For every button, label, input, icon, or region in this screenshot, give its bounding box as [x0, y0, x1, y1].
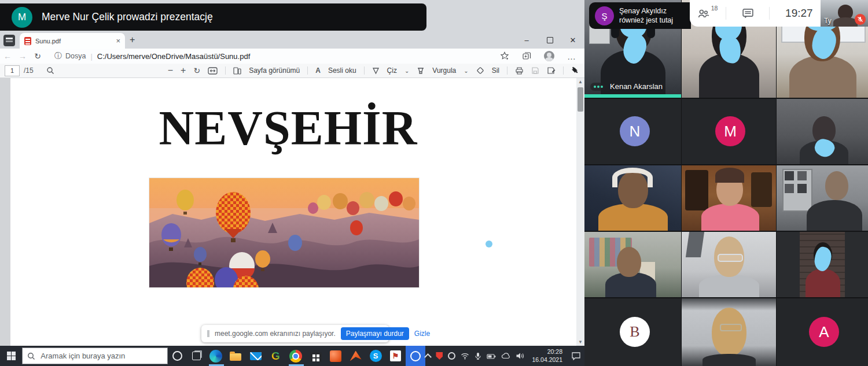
tab-sunu-pdf[interactable]: Sunu.pdf × [20, 33, 125, 49]
microphone-icon[interactable] [475, 352, 481, 360]
tab-close-icon[interactable]: × [116, 36, 120, 45]
onedrive-cloud-icon[interactable] [501, 353, 510, 359]
highlighter-icon [417, 67, 425, 75]
taskbar-app-office[interactable] [326, 346, 346, 366]
video-tile-participant-6[interactable] [777, 99, 868, 164]
participant-count: 18 [711, 5, 718, 12]
white-headphones-decor [612, 168, 653, 187]
avatar-tile-n[interactable]: N [584, 99, 681, 164]
stop-sharing-button[interactable]: Paylaşmayı durdur [341, 327, 409, 340]
chat-icon[interactable] [742, 8, 754, 19]
hide-toast-link[interactable]: Gizle [414, 330, 430, 338]
draw-button[interactable]: Çiz [387, 66, 397, 75]
back-icon[interactable]: ← [0, 51, 15, 61]
tile-more-options-icon[interactable] [590, 83, 606, 91]
zoom-in-icon[interactable]: + [181, 66, 186, 75]
battery-icon[interactable] [487, 353, 496, 360]
pdf-document-area: NEVŞEHİR [0, 78, 584, 346]
wireless-display-icon[interactable] [448, 352, 455, 360]
self-view-video[interactable]: Ty [821, 0, 868, 27]
scroll-up-arrow[interactable]: ▲ [576, 79, 584, 84]
highlight-chevron-icon[interactable]: ⌄ [464, 68, 468, 74]
read-aloud-button[interactable]: Sesli oku [328, 66, 356, 75]
action-center-icon[interactable] [571, 352, 581, 360]
minimize-button[interactable]: – [515, 32, 538, 48]
tray-expand-chevron-icon[interactable] [425, 353, 431, 360]
video-tile-participant-7[interactable] [584, 165, 681, 231]
pdf-page: NEVŞEHİR [10, 78, 576, 346]
letter-avatar: M [715, 116, 745, 146]
draw-chevron-icon[interactable]: ⌄ [404, 68, 409, 74]
taskbar-app-edge[interactable] [206, 346, 226, 366]
refresh-icon[interactable]: ↻ [30, 51, 45, 61]
address-separator: | [90, 52, 92, 61]
restore-button[interactable] [538, 32, 561, 48]
save-as-icon[interactable] [547, 66, 556, 75]
glasses-decor [720, 324, 742, 331]
scroll-down-arrow[interactable]: ▼ [576, 339, 584, 345]
task-view-button[interactable] [187, 346, 206, 366]
video-tile-participant-11[interactable] [682, 232, 776, 297]
new-tab-button[interactable]: + [130, 35, 135, 45]
taskbar-app-google[interactable]: G [266, 346, 286, 366]
header-divider [769, 7, 770, 20]
taskbar-app-active-blue[interactable] [406, 346, 426, 366]
tab-title: Sunu.pdf [35, 38, 116, 45]
address-url[interactable]: C:/Users/merve/OneDrive/Masaüstü/Sunu.pd… [97, 52, 250, 61]
avatar-tile-a[interactable]: A [777, 298, 868, 366]
toast-avatar: Ş [595, 6, 614, 25]
print-icon[interactable] [515, 66, 524, 75]
pdf-file-icon [24, 37, 31, 45]
close-button[interactable]: ✕ [561, 32, 584, 48]
taskbar-app-chrome[interactable] [286, 346, 306, 366]
start-button[interactable] [0, 346, 22, 366]
highlight-button[interactable]: Vurgula [432, 66, 456, 75]
tray-clock[interactable]: 20:28 16.04.2021 [532, 348, 562, 363]
drag-handle-icon[interactable] [207, 330, 209, 337]
erase-button[interactable]: Sil [492, 66, 499, 75]
participant-grid: Kenan Akarslan N M [584, 0, 868, 366]
collections-icon[interactable] [522, 51, 531, 61]
tab-actions-icon[interactable] [3, 35, 15, 46]
taskbar-app-file-explorer[interactable] [226, 346, 246, 366]
antivirus-shield-icon[interactable] [436, 352, 443, 360]
taskbar-search-box[interactable] [22, 347, 168, 364]
avatar-tile-m[interactable]: M [682, 99, 776, 164]
taskbar-app-skype[interactable]: S [366, 346, 386, 366]
video-tile-participant-8[interactable] [682, 165, 776, 231]
browser-menu-icon[interactable]: … [567, 51, 576, 61]
address-bar-actions: … [500, 51, 584, 61]
taskbar-search-input[interactable] [39, 351, 157, 361]
rotate-icon[interactable]: ↻ [193, 66, 200, 75]
hair-decor [715, 168, 744, 183]
vertical-scrollbar[interactable]: ▲ ▼ [576, 78, 584, 346]
pin-toolbar-icon[interactable] [571, 66, 579, 75]
taskbar-app-mail[interactable] [246, 346, 266, 366]
speaker-icon[interactable] [516, 352, 524, 360]
video-tile-participant-14[interactable] [682, 298, 776, 366]
taskbar-app-store[interactable] [306, 346, 326, 366]
video-tile-participant-9[interactable] [777, 165, 868, 231]
fit-to-width-icon[interactable] [208, 67, 218, 75]
participants-button[interactable]: 18 [697, 9, 710, 19]
browser-profile-avatar[interactable] [544, 51, 554, 61]
search-icon[interactable] [46, 66, 54, 75]
page-info-icon[interactable]: ⓘ [54, 51, 62, 61]
page-view-button[interactable]: Sayfa görünümü [249, 66, 300, 75]
video-tile-participant-12[interactable] [777, 232, 868, 297]
zoom-out-icon[interactable]: − [168, 66, 173, 75]
favorites-star-icon[interactable] [500, 51, 509, 61]
cortana-icon [172, 351, 182, 361]
toolbar-divider [563, 66, 564, 75]
avatar-tile-b[interactable]: B [584, 298, 681, 366]
forward-icon[interactable]: → [15, 51, 30, 61]
taskbar-app-flag[interactable]: ⚑ [385, 346, 406, 366]
wifi-icon[interactable] [461, 352, 469, 360]
flag-app-icon: ⚑ [390, 350, 401, 361]
scrollbar-thumb[interactable] [578, 87, 583, 112]
page-number-input[interactable]: 1 [5, 65, 20, 76]
toast-name: Şenay Akyıldız [619, 6, 673, 16]
video-tile-participant-10[interactable] [584, 232, 681, 297]
taskbar-app-orange[interactable] [345, 346, 366, 366]
cortana-button[interactable] [168, 346, 187, 366]
